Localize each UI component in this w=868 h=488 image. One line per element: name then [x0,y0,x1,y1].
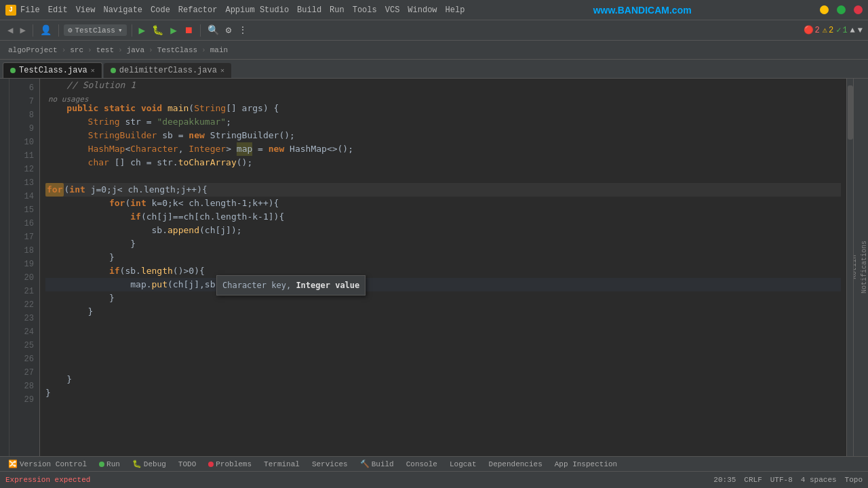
maximize-button[interactable] [837,5,846,14]
menu-tools[interactable]: Tools [353,5,377,15]
menu-window[interactable]: Window [408,5,437,15]
debug-tab-label: Debug [144,460,166,468]
status-bar: Expression expected 20:35 CRLF UTF-8 4 s… [0,471,868,488]
run-button[interactable]: ▶ [137,24,148,37]
error-icon: 🔴 [804,25,814,35]
file-tab-close-2[interactable]: ✕ [220,66,224,75]
file-tab-delimmiter[interactable]: delimitterClass.java ✕ [104,63,231,78]
menu-view[interactable]: View [76,5,96,15]
menu-vcs[interactable]: VCS [385,5,400,15]
console-tab[interactable]: Console [401,459,443,470]
nav-testclass[interactable]: TestClass [155,45,200,56]
right-panel-notifications[interactable]: Notifications [861,237,868,298]
toolbar-separator-3 [132,24,132,37]
stop-button[interactable]: ⏹ [182,25,195,36]
logcat-label: Logcat [450,460,477,468]
build-tab[interactable]: 🔨 Build [355,458,399,470]
more-options-button[interactable]: ⋮ [236,24,250,36]
terminal-tab[interactable]: Terminal [258,459,305,470]
right-panel-kotlin[interactable]: Kotlin [853,251,858,283]
warning-count-widget[interactable]: ⚠ 2 [823,25,833,35]
code-line-8: String str = "deepakkumar"; [45,115,841,129]
info-count-widget[interactable]: ✓ 1 [836,25,847,35]
menu-edit[interactable]: Edit [48,5,68,15]
code-line-16: sb.append(ch[j]); [45,224,841,237]
editor-left-gutter [0,79,9,456]
menu-navigate[interactable]: Navigate [103,5,142,15]
problems-tab[interactable]: Problems [203,459,257,470]
terminal-label: Terminal [264,460,300,468]
menu-file[interactable]: File [20,5,40,15]
nav-sep-4: › [149,46,153,54]
line-separator[interactable]: CRLF [744,476,762,484]
nav-test[interactable]: test [94,45,117,56]
code-line-14: for(int k=0;k< ch.length-1;k++){ [45,197,841,210]
code-line-9: StringBuilder sb = new StringBuilder(); [45,129,841,142]
file-tab-testclass[interactable]: TestClass.java ✕ [3,62,102,78]
parameter-hint-tooltip: Character key, Integer value [216,275,366,296]
menu-help[interactable]: Help [446,5,465,15]
code-line-12 [45,169,841,183]
logcat-tab[interactable]: Logcat [444,459,482,470]
profile-icon[interactable]: 👤 [38,24,54,36]
error-count-widget[interactable]: 🔴 2 [804,25,820,35]
build-label: Build [372,460,394,468]
file-tab-name-2: delimitterClass.java [119,66,217,75]
debug-tab[interactable]: 🐛 Debug [127,458,172,470]
code-line-15: if(ch[j]==ch[ch.length-k-1]){ [45,210,841,224]
indent-info[interactable]: 4 spaces [801,476,837,484]
menu-appium[interactable]: Appium Studio [225,5,289,15]
tooltip-text: Character key, [222,281,296,290]
cursor-position[interactable]: 20:35 [713,476,736,484]
dependencies-tab[interactable]: Dependencies [484,459,548,470]
scrollbar-thumb[interactable] [848,85,853,140]
minimize-button[interactable] [820,5,829,14]
nav-sep-3: › [118,46,123,54]
services-tab[interactable]: Services [307,459,353,470]
nav-main[interactable]: main [208,45,231,56]
code-line-24 [45,332,841,346]
code-line-27: } [45,373,841,386]
settings-button[interactable]: ⚙ [224,24,233,36]
code-line-19: if(sb.length()>0){ [45,264,841,278]
close-button[interactable] [854,5,863,14]
file-tab-name-1: TestClass.java [19,66,87,75]
code-line-11: char [] ch = str.toCharArray(); [45,156,841,169]
chevron-down-icon[interactable]: ▼ [858,26,863,35]
app-inspection-tab[interactable]: App Inspection [549,459,623,470]
version-control-tab[interactable]: 🔀 Version Control [3,458,92,470]
code-line-6: // Solution 1 [45,79,841,92]
chevron-up-icon[interactable]: ▲ [850,26,855,35]
nav-forward-button[interactable]: ▶ [18,24,27,36]
nav-breadcrumb: algoProject › src › test › java › TestCl… [0,41,868,60]
run-config-selector[interactable]: ⚙ TestClass ▾ [64,24,127,36]
services-label: Services [312,460,348,468]
run-with-coverage-button[interactable]: ▶ [168,24,179,37]
code-line-29 [45,400,841,413]
menu-refactor[interactable]: Refactor [178,5,218,15]
vertical-scrollbar[interactable] [846,79,853,456]
bottom-toolbar: 🔀 Version Control Run 🐛 Debug TODO Probl… [0,456,868,471]
comment-solution1: // Solution 1 [45,79,136,92]
code-editor[interactable]: // Solution 1 no usages ▶ public static … [40,79,846,456]
search-button[interactable]: 🔍 [205,24,221,36]
nav-back-button[interactable]: ◀ [5,24,15,36]
console-label: Console [406,460,437,468]
file-tab-close-1[interactable]: ✕ [91,66,95,75]
code-line-28: } [45,386,841,400]
menu-code[interactable]: Code [151,5,170,15]
nav-algoproject[interactable]: algoProject [5,45,60,56]
app-icon: J [5,5,16,16]
nav-sep-1: › [62,46,66,54]
file-encoding[interactable]: UTF-8 [770,476,793,484]
debug-button[interactable]: 🐛 [150,24,165,36]
nav-java[interactable]: java [124,45,147,56]
menu-run[interactable]: Run [330,5,344,15]
vcs-label: Version Control [20,460,87,468]
todo-tab[interactable]: TODO [173,459,201,470]
line-numbers: 6 7 8 9 10 11 12 13 14 15 16 17 18 19 20… [9,79,40,456]
code-line-17: } [45,237,841,251]
run-tab[interactable]: Run [94,459,125,470]
nav-src[interactable]: src [67,45,86,56]
menu-build[interactable]: Build [297,5,321,15]
